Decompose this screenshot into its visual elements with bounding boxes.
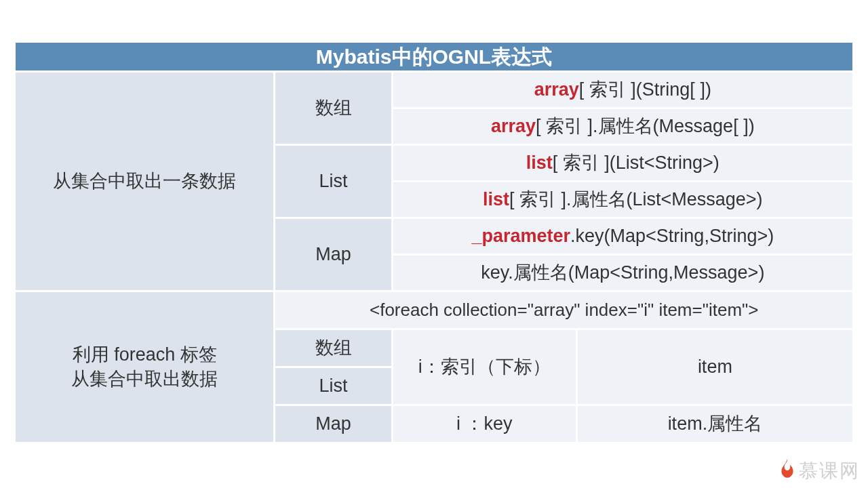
section2-title: 利用 foreach 标签 从集合中取出数据 [15, 291, 275, 443]
s2-array-label: 数组 [275, 329, 392, 367]
s2-i-index: i：索引（下标） [392, 329, 576, 405]
rest-text: key.属性名(Map<String,Message>) [481, 262, 764, 283]
table-row: 利用 foreach 标签 从集合中取出数据 <foreach collecti… [15, 291, 854, 329]
array-row-2: array[ 索引 ].属性名(Message[ ]) [392, 108, 853, 145]
table-row: 从集合中取出一条数据 数组 array[ 索引 ](String[ ]) [15, 72, 854, 108]
foreach-code: <foreach collection="array" index="i" it… [275, 291, 854, 329]
keyword: array [491, 116, 536, 136]
keyword: _parameter [471, 226, 570, 246]
s2-item: item [576, 329, 853, 405]
array-row-1: array[ 索引 ](String[ ]) [392, 72, 853, 108]
s2-item-prop: item.属性名 [576, 405, 853, 443]
watermark: 慕课网 [778, 458, 860, 484]
table-title: Mybatis中的OGNL表达式 [15, 42, 854, 72]
s2-i-key: i ：key [392, 405, 576, 443]
flame-icon [778, 459, 796, 484]
list-row-1: list[ 索引 ](List<String>) [392, 145, 853, 182]
keyword: array [534, 79, 579, 100]
map-row-1: _parameter.key(Map<String,String>) [392, 218, 853, 255]
group-list-label: List [275, 145, 392, 218]
rest-text: [ 索引 ].属性名(List<Message>) [509, 189, 763, 209]
rest-text: [ 索引 ].属性名(Message[ ]) [536, 116, 755, 136]
rest-text: .key(Map<String,String>) [570, 226, 774, 246]
s2-list-label: List [275, 367, 392, 405]
ognl-table: Mybatis中的OGNL表达式 从集合中取出一条数据 数组 array[ 索引… [14, 41, 854, 444]
header-row: Mybatis中的OGNL表达式 [15, 42, 854, 72]
list-row-2: list[ 索引 ].属性名(List<Message>) [392, 182, 853, 218]
map-row-2: key.属性名(Map<String,Message>) [392, 255, 853, 291]
s2-map-label: Map [275, 405, 392, 443]
rest-text: [ 索引 ](List<String>) [553, 152, 719, 173]
rest-text: [ 索引 ](String[ ]) [579, 79, 711, 100]
group-map-label: Map [275, 218, 392, 291]
watermark-text: 慕课网 [799, 458, 860, 484]
section2-line2: 从集合中取出数据 [71, 369, 218, 389]
section2-line1: 利用 foreach 标签 [73, 344, 217, 365]
keyword: list [526, 152, 553, 173]
group-array-label: 数组 [275, 72, 392, 145]
keyword: list [483, 189, 509, 209]
section1-title: 从集合中取出一条数据 [15, 72, 275, 291]
